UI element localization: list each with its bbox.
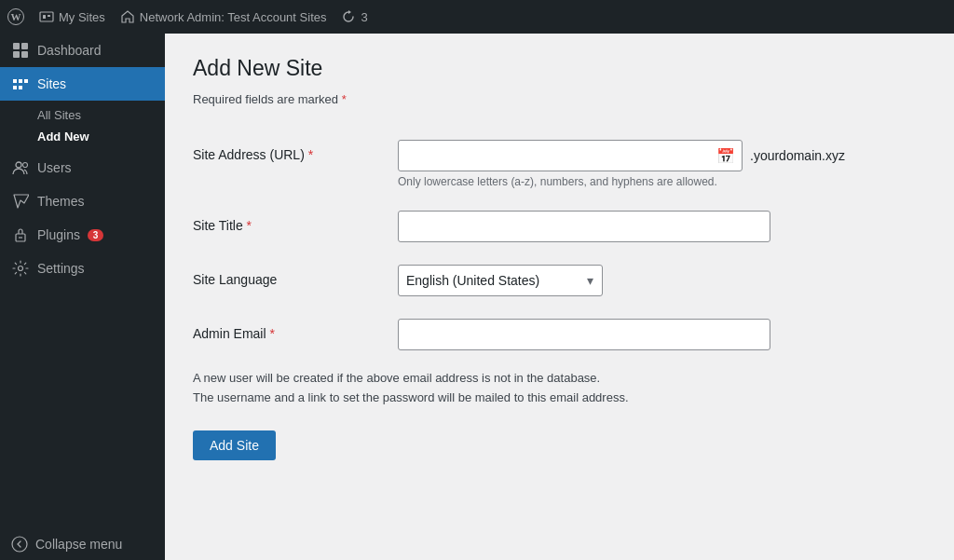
users-label: Users <box>37 160 72 175</box>
sidebar-item-themes[interactable]: Themes <box>0 184 165 218</box>
sidebar-item-users[interactable]: Users <box>0 151 165 184</box>
update-icon <box>341 9 356 24</box>
dashboard-icon <box>11 41 30 60</box>
svg-rect-4 <box>48 15 50 17</box>
collapse-menu[interactable]: Collapse menu <box>0 528 165 560</box>
site-language-field: English (United States) <box>398 265 926 296</box>
themes-label: Themes <box>37 194 85 209</box>
required-note: Required fields are marked * <box>193 92 926 106</box>
my-sites-link[interactable]: My Sites <box>39 9 105 24</box>
site-title-label: Site Title * <box>193 211 398 233</box>
site-address-row: Site Address (URL) * 📅 .yourdomain.xyz O… <box>193 129 926 199</box>
admin-email-input[interactable] <box>398 319 770 350</box>
collapse-label: Collapse menu <box>35 537 122 552</box>
home-link[interactable]: Network Admin: Test Account Sites <box>120 9 327 24</box>
site-title-row: Site Title * <box>193 199 926 253</box>
sites-icon <box>11 75 30 93</box>
wp-logo-icon: W <box>7 8 24 25</box>
sidebar-item-plugins[interactable]: Plugins 3 <box>0 218 165 252</box>
page-title: Add New Site <box>193 56 926 81</box>
svg-rect-7 <box>13 51 20 58</box>
add-site-button[interactable]: Add Site <box>193 430 276 460</box>
svg-text:W: W <box>11 11 21 22</box>
svg-rect-2 <box>40 12 53 21</box>
settings-label: Settings <box>37 261 85 276</box>
update-link[interactable]: 3 <box>341 9 367 24</box>
svg-rect-8 <box>21 51 28 58</box>
admin-email-label: Admin Email * <box>193 319 398 341</box>
themes-icon <box>11 192 30 211</box>
sidebar-item-settings[interactable]: Settings <box>0 252 165 285</box>
svg-point-10 <box>23 163 28 168</box>
site-address-input[interactable] <box>398 140 743 171</box>
sites-submenu: All Sites Add New <box>0 101 165 151</box>
submenu-all-sites[interactable]: All Sites <box>37 104 165 126</box>
site-language-select[interactable]: English (United States) <box>398 265 603 296</box>
plugins-label: Plugins <box>37 227 80 242</box>
sites-label: Sites <box>37 76 66 91</box>
plugins-icon <box>11 225 30 244</box>
form-note-line2: The username and a link to set the passw… <box>193 389 926 408</box>
calendar-icon: 📅 <box>716 147 735 165</box>
sidebar: Dashboard Sites All Sites Add New <box>0 34 165 560</box>
layout: Dashboard Sites All Sites Add New <box>0 34 954 560</box>
my-sites-icon <box>39 9 54 24</box>
svg-point-14 <box>12 537 27 552</box>
sidebar-item-dashboard[interactable]: Dashboard <box>0 34 165 67</box>
admin-email-field <box>398 319 926 350</box>
svg-point-13 <box>19 266 23 271</box>
form-note-line1: A new user will be created if the above … <box>193 369 926 389</box>
settings-icon <box>11 259 30 278</box>
home-icon <box>120 9 135 24</box>
main-content: Add New Site Required fields are marked … <box>165 34 954 560</box>
sidebar-item-sites[interactable]: Sites <box>0 67 165 101</box>
topbar: W My Sites Network Admin: Test Account S… <box>0 0 954 34</box>
dashboard-label: Dashboard <box>37 43 102 58</box>
collapse-icon <box>11 536 28 553</box>
site-address-hint: Only lowercase letters (a-z), numbers, a… <box>398 175 926 188</box>
wp-logo-link[interactable]: W <box>7 8 24 25</box>
url-suffix: .yourdomain.xyz <box>750 148 845 163</box>
plugins-badge: 3 <box>88 229 103 241</box>
admin-email-row: Admin Email * <box>193 307 926 362</box>
site-address-field: 📅 .yourdomain.xyz Only lowercase letters… <box>398 140 926 188</box>
site-title-field <box>398 211 926 242</box>
svg-rect-6 <box>21 43 28 49</box>
svg-point-9 <box>16 162 21 168</box>
site-address-label: Site Address (URL) * <box>193 140 398 162</box>
svg-rect-3 <box>43 15 46 19</box>
form-note: A new user will be created if the above … <box>193 369 926 408</box>
users-icon <box>11 158 30 177</box>
site-language-row: Site Language English (United States) <box>193 253 926 307</box>
site-language-label: Site Language <box>193 265 398 287</box>
submenu-add-new[interactable]: Add New <box>37 126 165 147</box>
svg-rect-5 <box>13 43 20 49</box>
site-title-input[interactable] <box>398 211 770 242</box>
required-star: * <box>342 92 347 106</box>
